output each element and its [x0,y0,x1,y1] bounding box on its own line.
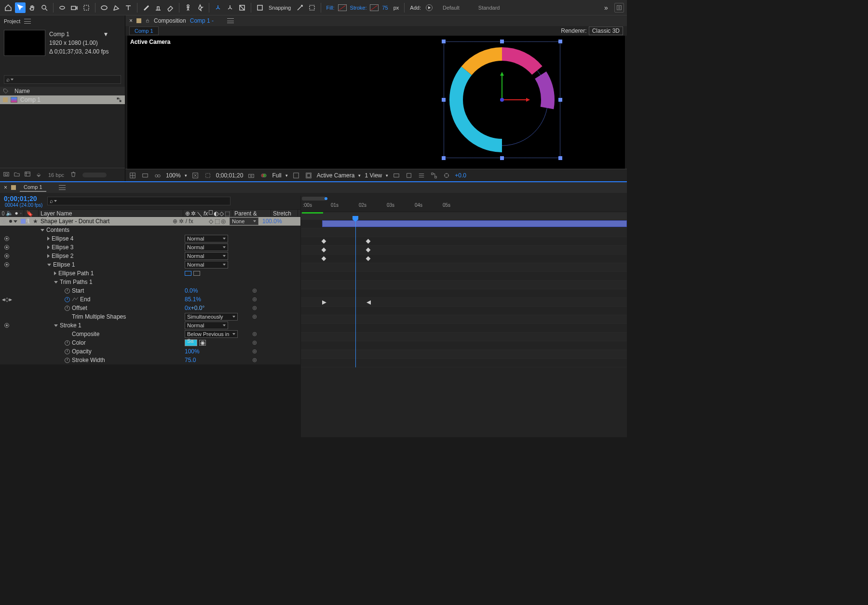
prefs-icon[interactable] [614,3,624,13]
resolution-dropdown[interactable]: Full [272,172,281,179]
svg-point-49 [253,315,257,319]
svg-point-22 [155,175,158,177]
snapshot-icon[interactable] [247,171,256,180]
timeline-menu-icon[interactable] [59,185,66,190]
snapping-label[interactable]: Snapping [269,5,291,11]
z-axis-gizmo[interactable] [500,98,504,102]
svg-point-52 [254,334,256,335]
y-axis-gizmo[interactable] [502,73,502,100]
svg-point-43 [253,289,257,293]
clone-tool[interactable] [153,2,163,13]
flowchart-icon[interactable] [430,171,438,180]
add-menu-icon[interactable] [426,4,433,11]
svg-point-58 [254,360,256,361]
toggle-mask-icon[interactable] [141,171,149,180]
svg-rect-12 [5,174,7,175]
svg-rect-34 [432,173,434,175]
axis-view-icon[interactable] [237,2,247,13]
close-tab-icon[interactable]: × [129,17,133,24]
pin-tool[interactable] [195,2,205,13]
res-auto-icon[interactable] [191,171,200,180]
breadcrumb-link[interactable]: Comp 1 - [190,17,214,24]
hand-tool[interactable] [27,2,38,13]
px-aspect-icon[interactable] [392,171,401,180]
eraser-tool[interactable] [165,2,176,13]
renderer-value[interactable]: Classic 3D [589,27,623,35]
timeline-tab[interactable]: Comp 1 [20,183,46,192]
svg-rect-7 [310,5,314,10]
comp-menu-icon[interactable] [227,18,234,23]
comp-info: Comp 1 ▼ 1920 x 1080 (1.00) Δ 0;01;37;03… [49,30,108,56]
project-item-comp1[interactable]: Comp 1 [0,95,125,104]
selection-tool[interactable] [15,2,26,13]
viewport[interactable]: Active Camera [127,36,625,169]
close-tab-icon[interactable]: × [4,184,7,191]
workspace-default[interactable]: Default [443,5,460,11]
svg-rect-21 [143,174,148,177]
pan-behind-tool[interactable] [81,2,92,13]
axis-world-icon[interactable] [225,2,235,13]
svg-rect-42 [20,213,21,214]
timeline-icon[interactable] [417,171,426,180]
glasses-icon[interactable] [153,171,162,180]
x-axis-gizmo[interactable] [502,99,529,100]
svg-point-56 [254,351,256,352]
svg-point-23 [158,175,160,177]
new-folder-icon[interactable] [14,171,20,179]
donut-chart-shape[interactable] [447,44,557,155]
stroke-swatch[interactable] [370,4,379,11]
snap-box-icon[interactable] [255,2,265,13]
svg-point-48 [254,308,256,309]
guides-icon[interactable] [292,171,300,180]
stroke-label[interactable]: Stroke: [350,5,367,11]
folder-frame-icon[interactable] [3,171,10,179]
playhead[interactable] [355,220,356,367]
viewport-footer: 100%▾ 0;00;01;20 Full▾ Active Camera▾ 1 … [125,169,627,181]
bpc-label[interactable]: 16 bpc [48,172,64,178]
project-search[interactable]: ⌕ [4,75,121,84]
project-title: Project [4,18,20,24]
puppet-tool[interactable] [183,2,193,13]
svg-point-47 [253,306,257,310]
zoom-level[interactable]: 100% [166,172,181,179]
axis-local-icon[interactable] [213,2,223,13]
trash-icon[interactable] [70,171,77,179]
lock-icon [145,18,150,23]
svg-rect-1 [71,6,76,10]
workspace-standard[interactable]: Standard [478,5,500,11]
viewport-time[interactable]: 0;00;01;20 [216,172,244,179]
zoom-tool[interactable] [39,2,50,13]
camera-tool[interactable] [69,2,80,13]
more-tools-icon[interactable]: » [601,3,611,13]
views-dropdown[interactable]: 1 View [365,172,382,179]
fill-swatch[interactable] [338,4,347,11]
brush-tool[interactable] [141,2,151,13]
stroke-px[interactable]: 75 [382,5,388,11]
pen-tool[interactable] [111,2,122,13]
timeline-tracks[interactable]: :00s 01s 02s 03s 04s 05s [300,196,627,437]
ellipse-tool[interactable] [99,2,109,13]
fast-preview-icon[interactable] [405,171,413,180]
exposure-reset-icon[interactable] [442,171,451,180]
orbit-tool[interactable] [57,2,68,13]
camera-dropdown[interactable]: Active Camera [317,172,355,179]
safezone-icon[interactable] [304,171,313,180]
comp-thumbnail[interactable] [4,30,45,56]
home-icon[interactable] [3,2,14,13]
exposure-value[interactable]: +0.0 [455,172,466,179]
snap-bounds-icon[interactable] [307,2,317,13]
timeline-search[interactable]: ⌕ [47,197,231,205]
channels-icon[interactable] [259,171,268,180]
panel-menu-icon[interactable] [24,19,31,24]
grid-icon[interactable] [128,171,137,180]
text-tool[interactable] [123,2,134,13]
snap-edge-icon[interactable] [295,2,305,13]
fill-label[interactable]: Fill: [326,5,335,11]
main-toolbar: Snapping Fill: Stroke: 75 px Add: Defaul… [0,0,627,15]
roi-icon[interactable] [203,171,212,180]
new-comp-icon[interactable] [24,171,31,179]
timecode[interactable]: 0;00;01;20 [4,195,42,202]
parent-dropdown[interactable]: None [230,217,258,225]
svg-rect-14 [147,20,149,22]
comp-tab[interactable]: Comp 1 [129,27,159,35]
